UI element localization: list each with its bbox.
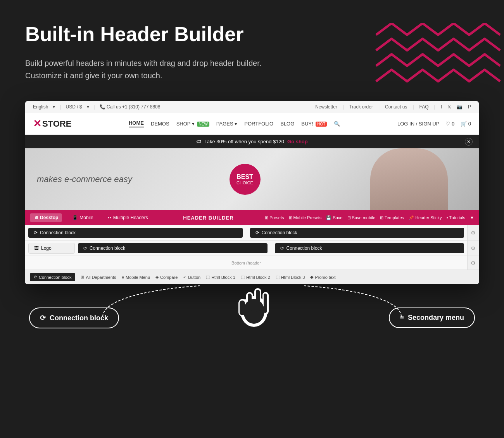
tool-promo-text[interactable]: ◆ Promo text [310, 275, 335, 280]
currency-selector[interactable]: USD / $ [66, 104, 82, 110]
tool-connection-block[interactable]: ⟳ Connection block [30, 273, 75, 281]
logo-x-icon: ✕ [33, 118, 41, 130]
nav-links: HOME DEMOS SHOP ▾ NEW PAGES ▾ PORTFOLIO … [129, 120, 340, 127]
connection-block-1a[interactable]: ⟳ Connection block [28, 228, 243, 238]
row-2-settings[interactable]: ⚙ [467, 240, 479, 256]
hero-tagline: makes e-commerce easy [37, 174, 132, 184]
header-builder-bar: 🖥 Desktop 📱 Mobile ⚏ Multiple Headers HE… [25, 210, 479, 225]
svg-rect-6 [248, 294, 252, 312]
cart-icon[interactable]: 🛒 0 [461, 121, 471, 127]
save-mobile-action[interactable]: ⊞ Save mobile [347, 215, 376, 220]
social-pinterest[interactable]: P [468, 104, 471, 110]
store-logo[interactable]: ✕ STORE [33, 118, 71, 130]
page-subtitle: Build powerful headers in minutes with d… [25, 57, 328, 82]
promo-text: Take 30% off when you spend $120 [204, 139, 284, 144]
header-sticky-action[interactable]: 📌 Header Sticky [409, 215, 442, 220]
login-link[interactable]: LOG IN / SIGN UP [397, 121, 439, 127]
connection-icon-2: ⟳ [255, 230, 259, 235]
svg-point-5 [243, 299, 264, 324]
tool-compare[interactable]: ◈ Compare [155, 275, 178, 280]
builder-row-3: Bottom (header ⚙ [25, 256, 479, 270]
callout-connection: ⟳ Connection block [29, 307, 119, 328]
tool-html-block-3[interactable]: ⬚ Html Block 3 [276, 275, 305, 280]
row-3-settings[interactable]: ⚙ [467, 256, 479, 270]
browser-mockup: English ▾ | USD / $ ▾ | 📞 Call us +1 (31… [25, 101, 479, 284]
connection-block-callout: ⟳ Connection block [29, 307, 119, 328]
tab-multiple-headers[interactable]: ⚏ Multiple Headers [104, 213, 152, 222]
connection-block-2a[interactable]: ⟳ Connection block [78, 243, 268, 253]
social-facebook[interactable]: f [441, 104, 442, 110]
promo-close-button[interactable]: ✕ [465, 138, 473, 146]
tool-html1-icon: ⬚ [206, 275, 210, 280]
faq-link[interactable]: FAQ [419, 104, 429, 110]
tutorials-action[interactable]: • Tutorials [447, 215, 465, 220]
tool-button[interactable]: ✓ Button [183, 275, 200, 280]
logo-icon: 🖼 [34, 246, 39, 251]
store-hero: makes e-commerce easy BEST CHOICE [25, 148, 479, 210]
mobile-presets-action[interactable]: ⊞ Mobile Presets [289, 215, 322, 220]
track-order-link[interactable]: Track order [349, 104, 373, 110]
page-container: Built-in Header Builder Build powerful h… [0, 0, 504, 356]
newsletter-link[interactable]: Newsletter [315, 104, 337, 110]
tool-compare-icon: ◈ [155, 275, 159, 280]
social-twitter[interactable]: 𝕏 [447, 104, 451, 110]
logo-block[interactable]: 🖼 Logo [28, 243, 75, 254]
promo-icon: 🏷 [196, 139, 201, 144]
templates-action[interactable]: ⊞ Templates [380, 215, 404, 220]
nav-blog[interactable]: BLOG [280, 121, 294, 127]
nav-pages[interactable]: PAGES ▾ [216, 121, 237, 127]
promo-banner: 🏷 Take 30% off when you spend $120 Go sh… [25, 135, 479, 148]
nav-shop[interactable]: SHOP ▾ NEW [176, 121, 209, 127]
connection-block-1b[interactable]: ⟳ Connection block [250, 228, 464, 238]
svg-rect-7 [256, 290, 260, 312]
connection-block-2b[interactable]: ⟳ Connection block [275, 243, 464, 253]
multiple-headers-icon: ⚏ [107, 215, 112, 220]
decorative-zigzag [368, 23, 504, 93]
store-topbar: English ▾ | USD / $ ▾ | 📞 Call us +1 (31… [25, 101, 479, 113]
callout-secondary-menu: ≡ Secondary menu [389, 307, 475, 328]
promo-link[interactable]: Go shop [287, 139, 308, 144]
tool-all-departments[interactable]: ⊞ All Departments [81, 275, 116, 280]
menu-callout-icon: ≡ [400, 314, 404, 322]
nav-portfolio[interactable]: PORTFOLIO [244, 121, 273, 127]
row-3-label: Bottom (header [28, 259, 464, 267]
tool-mobile-menu-icon: ≡ [122, 275, 124, 280]
hand-cursor-area [229, 269, 279, 332]
phone-number: 📞 Call us +1 (310) 777 8808 [100, 104, 161, 110]
nav-actions: LOG IN / SIGN UP ♡ 0 🛒 0 [397, 121, 471, 127]
collapse-icon[interactable]: ▼ [470, 215, 474, 220]
builder-actions: ⊞ Presets ⊞ Mobile Presets 💾 Save ⊞ Save… [265, 215, 474, 220]
save-action[interactable]: 💾 Save [326, 215, 342, 220]
nav-demos[interactable]: DEMOS [151, 121, 169, 127]
tab-desktop[interactable]: 🖥 Desktop [30, 213, 62, 222]
row-1-settings[interactable]: ⚙ [467, 225, 479, 240]
social-instagram[interactable]: 📷 [457, 104, 463, 110]
svg-rect-9 [240, 301, 245, 315]
topbar-left: English ▾ | USD / $ ▾ | 📞 Call us +1 (31… [33, 104, 160, 110]
logo-text: STORE [42, 119, 71, 129]
nav-home[interactable]: HOME [129, 120, 144, 127]
store-navbar: ✕ STORE HOME DEMOS SHOP ▾ NEW PAGES ▾ PO… [25, 113, 479, 135]
language-selector[interactable]: English [33, 104, 48, 110]
nav-search-icon[interactable]: 🔍 [334, 121, 340, 127]
callouts-area: ⟳ Connection block [25, 292, 479, 332]
nav-buy[interactable]: BUY! HOT [301, 121, 327, 127]
desktop-icon: 🖥 [34, 215, 38, 220]
connection-callout-icon: ⟳ [40, 314, 46, 322]
builder-row-1: ⟳ Connection block ⟳ Connection block ⚙ [25, 225, 479, 240]
secondary-menu-callout: ≡ Secondary menu [389, 307, 475, 328]
page-title: Built-in Header Builder [25, 23, 289, 45]
tab-mobile[interactable]: 📱 Mobile [68, 213, 97, 222]
wishlist-icon[interactable]: ♡ 0 [445, 121, 454, 127]
contact-link[interactable]: Contact us [385, 104, 407, 110]
topbar-right: Newsletter | Track order | Contact us | … [315, 104, 471, 110]
tool-mobile-menu[interactable]: ≡ Mobile Menu [122, 275, 150, 280]
hero-image [370, 148, 448, 210]
tool-departments-icon: ⊞ [81, 275, 84, 280]
builder-row-2: 🖼 Logo ⟳ Connection block ⟳ Connection b… [25, 240, 479, 256]
connection-icon-4: ⟳ [280, 246, 284, 251]
tool-connection-icon: ⟳ [34, 275, 37, 280]
hero-badge: BEST CHOICE [230, 164, 261, 195]
svg-rect-8 [264, 294, 267, 313]
presets-action[interactable]: ⊞ Presets [265, 215, 284, 220]
